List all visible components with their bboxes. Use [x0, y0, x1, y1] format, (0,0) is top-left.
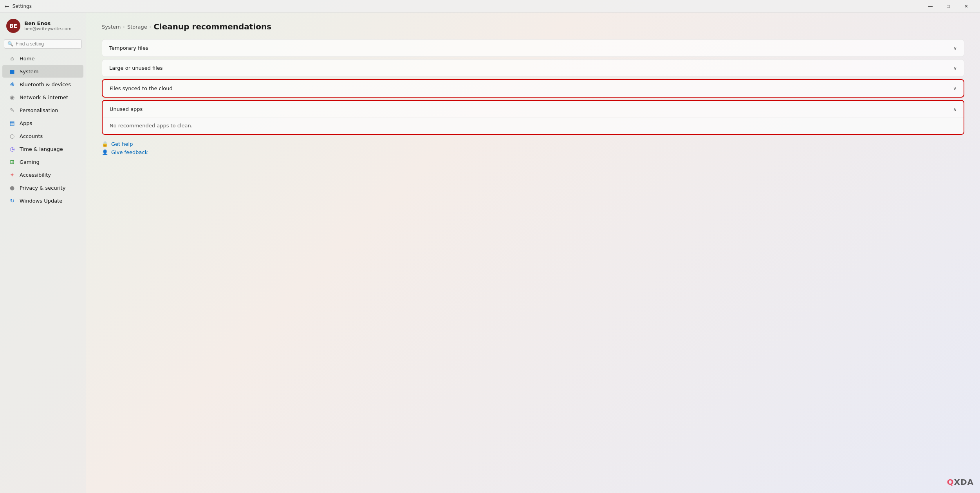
profile-info: Ben Enos ben@writeywrite.com [24, 20, 72, 31]
accounts-icon: ○ [9, 132, 16, 140]
chevron-down-icon: ∨ [953, 45, 957, 51]
sidebar-item-label-apps: Apps [20, 120, 32, 126]
sidebar-item-label-bluetooth: Bluetooth & devices [20, 82, 71, 87]
sidebar-item-label-personalisation: Personalisation [20, 107, 58, 113]
section-header-temporary_files[interactable]: Temporary files∨ [102, 40, 964, 56]
close-button[interactable]: ✕ [957, 0, 975, 13]
windows_update-icon: ↻ [9, 197, 16, 204]
section-label-files_synced_cloud: Files synced to the cloud [110, 85, 173, 91]
chevron-down-icon: ∨ [953, 86, 957, 91]
section-large_unused_files: Large or unused files∨ [102, 59, 964, 77]
sidebar-item-gaming[interactable]: ⊞Gaming [2, 156, 83, 168]
breadcrumb: System › Storage › Cleanup recommendatio… [102, 22, 964, 31]
give-feedback-link[interactable]: 👤 Give feedback [102, 149, 964, 155]
privacy-icon: ● [9, 184, 16, 191]
main-content: System › Storage › Cleanup recommendatio… [86, 13, 980, 493]
section-label-large_unused_files: Large or unused files [109, 65, 163, 71]
time-icon: ◷ [9, 145, 16, 152]
sidebar-item-label-time: Time & language [20, 146, 63, 152]
profile-email: ben@writeywrite.com [24, 26, 72, 31]
chevron-down-icon: ∨ [953, 65, 957, 71]
titlebar-left: ← Settings [5, 3, 32, 9]
nav-container: ⌂Home■System❋Bluetooth & devices◉Network… [0, 52, 86, 207]
sidebar-item-home[interactable]: ⌂Home [2, 52, 83, 65]
search-input[interactable] [16, 41, 78, 47]
section-label-unused_apps: Unused apps [110, 106, 143, 112]
sidebar-item-personalisation[interactable]: ✎Personalisation [2, 104, 83, 116]
page-title: Cleanup recommendations [153, 22, 271, 31]
section-header-large_unused_files[interactable]: Large or unused files∨ [102, 60, 964, 76]
sections-container: Temporary files∨Large or unused files∨Fi… [102, 39, 964, 135]
section-files_synced_cloud: Files synced to the cloud∨ [102, 79, 964, 98]
section-header-unused_apps[interactable]: Unused apps∧ [103, 101, 964, 118]
home-icon: ⌂ [9, 55, 16, 62]
help-links: 🔒 Get help 👤 Give feedback [102, 141, 964, 155]
get-help-icon: 🔒 [102, 141, 108, 147]
sidebar-item-network[interactable]: ◉Network & internet [2, 91, 83, 103]
section-body-unused_apps: No recommended apps to clean. [103, 118, 964, 134]
app-container: BE Ben Enos ben@writeywrite.com 🔍 ⌂Home■… [0, 13, 980, 493]
sidebar-item-apps[interactable]: ▤Apps [2, 117, 83, 129]
minimize-button[interactable]: — [921, 0, 939, 13]
gaming-icon: ⊞ [9, 158, 16, 165]
sidebar-item-label-gaming: Gaming [20, 159, 40, 165]
back-button[interactable]: ← [5, 3, 9, 9]
sidebar-item-accounts[interactable]: ○Accounts [2, 130, 83, 142]
system-icon: ■ [9, 68, 16, 75]
get-help-label: Get help [111, 141, 133, 147]
app-title: Settings [13, 4, 32, 9]
section-temporary_files: Temporary files∨ [102, 39, 964, 57]
sidebar-item-privacy[interactable]: ●Privacy & security [2, 181, 83, 194]
sidebar-item-label-home: Home [20, 56, 34, 62]
give-feedback-label: Give feedback [111, 149, 148, 155]
bluetooth-icon: ❋ [9, 81, 16, 88]
watermark-xda: XDA [954, 477, 974, 487]
sidebar-item-label-accounts: Accounts [20, 133, 43, 139]
section-label-temporary_files: Temporary files [109, 45, 148, 51]
watermark-q: Q [947, 477, 954, 487]
personalisation-icon: ✎ [9, 107, 16, 114]
sidebar-item-label-accessibility: Accessibility [20, 172, 51, 178]
profile-section: BE Ben Enos ben@writeywrite.com [0, 16, 86, 38]
breadcrumb-sep-2: › [150, 24, 151, 29]
sidebar-item-accessibility[interactable]: ✦Accessibility [2, 169, 83, 181]
sidebar-item-bluetooth[interactable]: ❋Bluetooth & devices [2, 78, 83, 91]
breadcrumb-storage[interactable]: Storage [127, 24, 147, 30]
give-feedback-icon: 👤 [102, 149, 108, 155]
get-help-link[interactable]: 🔒 Get help [102, 141, 964, 147]
sidebar-item-label-windows_update: Windows Update [20, 198, 62, 204]
search-icon: 🔍 [7, 41, 13, 47]
sidebar-item-label-privacy: Privacy & security [20, 185, 65, 191]
sidebar-item-windows_update[interactable]: ↻Windows Update [2, 194, 83, 207]
avatar: BE [6, 19, 20, 33]
apps-icon: ▤ [9, 120, 16, 127]
section-header-files_synced_cloud[interactable]: Files synced to the cloud∨ [103, 80, 964, 97]
titlebar-controls: — □ ✕ [921, 0, 975, 13]
accessibility-icon: ✦ [9, 171, 16, 178]
sidebar-item-label-network: Network & internet [20, 94, 68, 100]
chevron-up-icon: ∧ [953, 107, 957, 112]
breadcrumb-sep-1: › [123, 24, 125, 29]
sidebar-item-time[interactable]: ◷Time & language [2, 143, 83, 155]
profile-name: Ben Enos [24, 20, 72, 26]
network-icon: ◉ [9, 94, 16, 101]
titlebar: ← Settings — □ ✕ [0, 0, 980, 13]
breadcrumb-system[interactable]: System [102, 24, 121, 30]
section-unused_apps: Unused apps∧No recommended apps to clean… [102, 100, 964, 135]
sidebar: BE Ben Enos ben@writeywrite.com 🔍 ⌂Home■… [0, 13, 86, 493]
search-box[interactable]: 🔍 [4, 39, 82, 49]
sidebar-item-label-system: System [20, 69, 38, 74]
watermark: QXDA [947, 477, 974, 487]
maximize-button[interactable]: □ [939, 0, 957, 13]
sidebar-item-system[interactable]: ■System [2, 65, 83, 78]
